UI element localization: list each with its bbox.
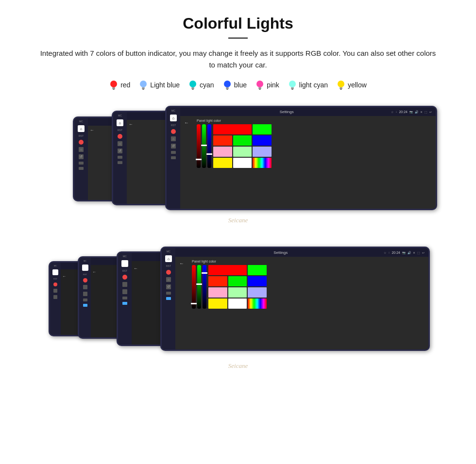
svg-point-3 — [140, 81, 147, 87]
color-label-pink: pink — [267, 81, 279, 89]
color-label-blue: blue — [234, 81, 247, 89]
svg-rect-20 — [340, 89, 342, 90]
svg-rect-1 — [112, 87, 115, 89]
color-item-red: red — [109, 80, 130, 90]
color-item-cyan: cyan — [188, 80, 214, 90]
svg-point-18 — [338, 81, 344, 87]
svg-point-12 — [256, 81, 263, 87]
svg-rect-4 — [142, 87, 145, 89]
watermark-bottom: Seicane — [228, 362, 248, 370]
page-title: Colorful Lights — [19, 15, 457, 33]
svg-point-15 — [289, 81, 296, 87]
bulb-icon-pink — [255, 80, 264, 90]
page-container: Colorful Lights Integrated with 7 colors… — [0, 0, 476, 398]
bottom-device-group: MC RST Settings ← MC — [49, 243, 427, 374]
top-device-group: MC ⌂ RST ⌂ ↺ S — [49, 102, 427, 228]
watermark-top: Seicane — [228, 216, 248, 224]
svg-point-6 — [189, 81, 196, 87]
color-label-lightblue: Light blue — [150, 81, 180, 89]
svg-rect-14 — [259, 89, 261, 90]
color-item-pink: pink — [255, 80, 279, 90]
svg-rect-19 — [340, 87, 342, 89]
color-item-yellow: yellow — [337, 80, 367, 90]
color-label-cyan: cyan — [200, 81, 214, 89]
bulb-icon-yellow — [337, 80, 345, 90]
color-label-lightcyan: light cyan — [299, 81, 328, 89]
color-item-lightcyan: light cyan — [288, 80, 328, 90]
bulb-icon-blue — [223, 80, 232, 90]
svg-rect-11 — [226, 89, 228, 90]
color-item-blue: blue — [223, 80, 247, 90]
svg-rect-13 — [258, 87, 261, 89]
title-divider — [228, 37, 248, 39]
color-label-yellow: yellow — [348, 81, 367, 89]
bulb-icon-lightblue — [139, 80, 148, 90]
svg-rect-8 — [192, 89, 194, 90]
page-description: Integrated with 7 colors of button indic… — [39, 48, 437, 71]
svg-point-9 — [224, 81, 231, 87]
svg-rect-5 — [142, 89, 144, 90]
svg-point-0 — [110, 81, 117, 87]
color-list: red Light blue cyan — [19, 80, 457, 90]
bulb-icon-lightcyan — [288, 80, 297, 90]
svg-rect-10 — [226, 87, 229, 89]
svg-rect-17 — [291, 89, 293, 90]
device-front-top: MC ⌂ RST ⌂ ↺ — [165, 106, 437, 210]
color-item-lightblue: Light blue — [139, 80, 180, 90]
svg-rect-7 — [191, 87, 194, 89]
svg-rect-16 — [291, 87, 294, 89]
color-label-red: red — [120, 81, 130, 89]
bulb-icon-cyan — [188, 80, 197, 90]
svg-rect-2 — [113, 89, 115, 90]
device-front-bot: MC ⌂ RST ⌂ ↺ — [160, 247, 430, 351]
bulb-icon-red — [109, 80, 118, 90]
